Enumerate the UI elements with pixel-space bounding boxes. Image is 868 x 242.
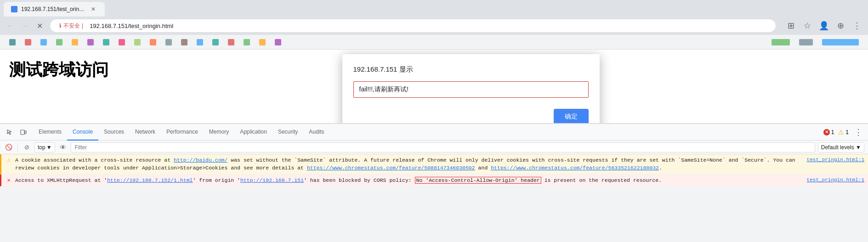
page-body: 测试跨域访问 192.168.7.151 显示 fail!!!,请刷新再试! 确… bbox=[0, 50, 868, 123]
browser-chrome: 192.168.7.151/test_oringin.html ✕ ← → ✕ … bbox=[0, 0, 868, 50]
error-count-label: 1 bbox=[831, 129, 834, 135]
tab-bar: 192.168.7.151/test_oringin.html ✕ bbox=[0, 0, 868, 17]
tab-title: 192.168.7.151/test_oringin.html bbox=[21, 6, 85, 12]
bookmark-item-9[interactable] bbox=[130, 37, 144, 48]
warning-message-content: A cookie associated with a cross-site re… bbox=[15, 156, 801, 172]
bookmark-item-5[interactable] bbox=[68, 37, 82, 48]
dialog-title: 192.168.7.151 显示 bbox=[353, 65, 589, 74]
bookmark-item-17[interactable] bbox=[255, 37, 269, 48]
security-indicator: ℹ 不安全 | bbox=[56, 22, 87, 30]
bookmark-item-4[interactable] bbox=[52, 37, 66, 48]
devtools-toolbar-icons bbox=[4, 126, 29, 138]
dialog-ok-button[interactable]: 确定 bbox=[554, 109, 589, 123]
bookmark-item-12[interactable] bbox=[177, 37, 191, 48]
bookmark-item-7[interactable] bbox=[99, 37, 113, 48]
dialog-footer: 确定 bbox=[353, 109, 589, 123]
bookmark-item-6[interactable] bbox=[84, 37, 97, 48]
cors-request-url[interactable]: http://192.168.7.152/1.html bbox=[107, 177, 193, 183]
alert-dialog: 192.168.7.151 显示 fail!!!,请刷新再试! 确定 bbox=[342, 54, 600, 123]
console-message-error: ✕ Access to XMLHttpRequest at 'http://19… bbox=[0, 174, 868, 186]
clear-console-button[interactable]: 🚫 bbox=[4, 142, 14, 152]
cors-origin-url[interactable]: http://192.168.7.151 bbox=[240, 177, 304, 183]
security-label: 不安全 bbox=[63, 22, 80, 30]
console-messages: ⚠ A cookie associated with a cross-site … bbox=[0, 154, 868, 186]
console-settings-button[interactable]: ⊘ bbox=[22, 142, 32, 152]
tab-memory[interactable]: Memory bbox=[204, 124, 234, 141]
error-source-link[interactable]: test_oringin.html:1 bbox=[807, 176, 864, 184]
bookmark-right-2[interactable] bbox=[795, 37, 817, 48]
account-icon[interactable]: ⊕ bbox=[833, 18, 848, 33]
bookmark-item-2[interactable] bbox=[21, 37, 35, 48]
reload-button[interactable]: ✕ bbox=[33, 19, 46, 32]
level-selector-label: Default levels ▼ bbox=[821, 144, 861, 151]
devtools-tab-bar: Elements Console Sources Network Perform… bbox=[0, 124, 868, 141]
bookmark-item-13[interactable] bbox=[193, 37, 207, 48]
address-input[interactable] bbox=[90, 23, 770, 29]
error-icon-msg: ✕ bbox=[5, 177, 12, 184]
devtools-error-badge: ✕ 1 ⚠ 1 bbox=[823, 129, 849, 135]
translate-icon[interactable]: ⊞ bbox=[783, 18, 798, 33]
device-mode-icon[interactable] bbox=[17, 126, 29, 138]
security-icon: ℹ bbox=[59, 23, 62, 29]
warn-icon: ⚠ bbox=[838, 129, 844, 135]
tab-elements[interactable]: Elements bbox=[33, 124, 67, 141]
error-message-content: Access to XMLHttpRequest at 'http://192.… bbox=[15, 176, 801, 184]
console-toolbar: 🚫 ⊘ top ▼ 👁 Default levels ▼ bbox=[0, 141, 868, 154]
bookmark-icon[interactable]: ☆ bbox=[800, 18, 815, 33]
custom-formatters-button[interactable]: 👁 bbox=[58, 142, 68, 152]
tab-close-button[interactable]: ✕ bbox=[89, 5, 97, 13]
address-separator: | bbox=[82, 23, 83, 29]
devtools-panel: Elements Console Sources Network Perform… bbox=[0, 123, 868, 186]
context-value: top bbox=[38, 144, 45, 151]
error-count-display: ✕ 1 bbox=[823, 129, 834, 135]
context-dropdown-arrow: ▼ bbox=[46, 144, 52, 151]
filter-input[interactable] bbox=[71, 142, 815, 152]
bookmark-item-1[interactable] bbox=[6, 37, 19, 48]
nav-buttons: ← → ✕ bbox=[4, 19, 46, 32]
dialog-message: fail!!!,请刷新再试! bbox=[353, 81, 589, 98]
tab-audits[interactable]: Audits bbox=[303, 124, 329, 141]
bookmark-item-14[interactable] bbox=[209, 37, 222, 48]
tab-application[interactable]: Application bbox=[234, 124, 272, 141]
bookmark-right-3[interactable] bbox=[818, 37, 862, 48]
tab-sources[interactable]: Sources bbox=[98, 124, 130, 141]
tab-console[interactable]: Console bbox=[67, 124, 98, 141]
baidu-link[interactable]: http://baidu.com/ bbox=[174, 157, 227, 163]
forward-button[interactable]: → bbox=[18, 19, 31, 32]
profile-icon[interactable]: 👤 bbox=[817, 18, 831, 33]
bookmark-item-16[interactable] bbox=[240, 37, 254, 48]
navigation-bar: ← → ✕ ℹ 不安全 | ⊞ ☆ 👤 ⊕ ⋮ bbox=[0, 17, 868, 35]
toolbar-divider-1 bbox=[17, 143, 18, 152]
inspect-icon[interactable] bbox=[4, 126, 16, 138]
menu-icon[interactable]: ⋮ bbox=[850, 18, 864, 33]
svg-rect-0 bbox=[21, 130, 24, 135]
bookmarks-bar bbox=[0, 35, 868, 50]
bookmark-item-11[interactable] bbox=[162, 37, 176, 48]
browser-toolbar-icons: ⊞ ☆ 👤 ⊕ ⋮ bbox=[783, 18, 864, 33]
chromestatus-link-2[interactable]: https://www.chromestatus.com/feature/563… bbox=[491, 165, 659, 171]
bookmark-right-1[interactable] bbox=[768, 37, 794, 48]
warning-source-link[interactable]: test_oringin.html:1 bbox=[807, 156, 864, 164]
bookmark-item-18[interactable] bbox=[271, 37, 285, 48]
devtools-more-button[interactable]: ⋮ bbox=[852, 126, 864, 138]
warn-count-display: ⚠ 1 bbox=[838, 129, 849, 135]
tab-network[interactable]: Network bbox=[130, 124, 161, 141]
bookmark-item-15[interactable] bbox=[224, 37, 238, 48]
tab-favicon bbox=[11, 6, 17, 12]
bookmark-item-8[interactable] bbox=[115, 37, 129, 48]
tab-performance[interactable]: Performance bbox=[161, 124, 204, 141]
error-icon: ✕ bbox=[823, 129, 830, 135]
browser-tab[interactable]: 192.168.7.151/test_oringin.html ✕ bbox=[4, 2, 105, 17]
address-bar-container[interactable]: ℹ 不安全 | bbox=[50, 19, 776, 33]
svg-rect-1 bbox=[25, 131, 26, 134]
back-button[interactable]: ← bbox=[4, 19, 17, 32]
level-selector[interactable]: Default levels ▼ bbox=[818, 142, 864, 152]
bookmark-item-3[interactable] bbox=[37, 37, 51, 48]
chromestatus-link-1[interactable]: https://www.chromestatus.com/feature/508… bbox=[307, 165, 475, 171]
context-selector[interactable]: top ▼ bbox=[34, 142, 55, 152]
cors-error-highlight: No 'Access-Control-Allow-Origin' header bbox=[415, 177, 541, 184]
bookmark-item-10[interactable] bbox=[146, 37, 160, 48]
console-message-warning: ⚠ A cookie associated with a cross-site … bbox=[0, 154, 868, 174]
tab-security[interactable]: Security bbox=[272, 124, 303, 141]
warning-icon: ⚠ bbox=[5, 157, 12, 164]
